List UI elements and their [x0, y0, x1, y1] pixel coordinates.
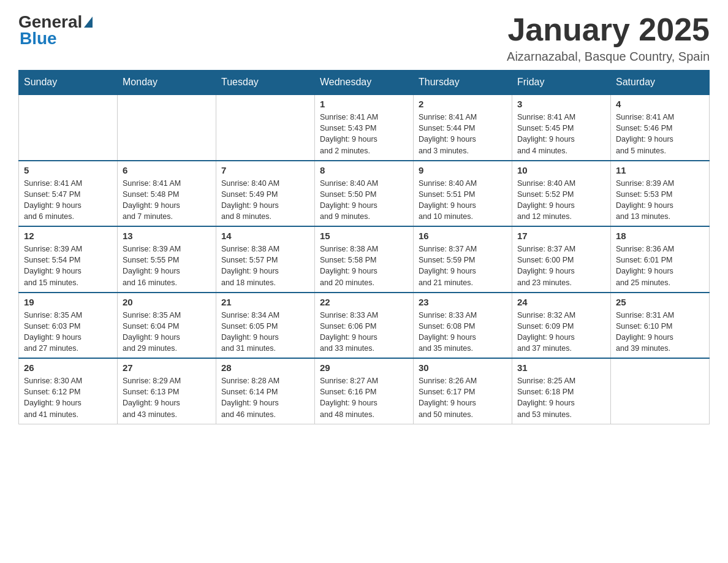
- day-of-week-header: Friday: [512, 71, 611, 95]
- day-info: Sunrise: 8:25 AMSunset: 6:18 PMDaylight:…: [517, 375, 605, 420]
- calendar-cell: 2Sunrise: 8:41 AMSunset: 5:44 PMDaylight…: [414, 94, 512, 161]
- day-info: Sunrise: 8:35 AMSunset: 6:04 PMDaylight:…: [123, 310, 211, 354]
- day-info: Sunrise: 8:34 AMSunset: 6:05 PMDaylight:…: [221, 310, 309, 354]
- day-number: 25: [616, 297, 704, 307]
- day-number: 1: [320, 99, 408, 109]
- day-number: 26: [24, 362, 112, 373]
- day-number: 6: [123, 165, 211, 175]
- day-number: 19: [24, 297, 112, 307]
- calendar-cell: 15Sunrise: 8:38 AMSunset: 5:58 PMDayligh…: [315, 226, 414, 293]
- calendar-cell: 3Sunrise: 8:41 AMSunset: 5:45 PMDaylight…: [512, 94, 611, 161]
- day-number: 17: [517, 231, 605, 241]
- calendar-cell: 31Sunrise: 8:25 AMSunset: 6:18 PMDayligh…: [512, 358, 611, 424]
- day-info: Sunrise: 8:32 AMSunset: 6:09 PMDaylight:…: [517, 310, 605, 354]
- calendar-cell: 18Sunrise: 8:36 AMSunset: 6:01 PMDayligh…: [611, 226, 710, 293]
- day-number: 13: [123, 231, 211, 241]
- day-number: 27: [123, 362, 211, 373]
- logo-triangle-icon: [84, 17, 93, 28]
- day-number: 3: [517, 99, 605, 109]
- calendar-table: SundayMondayTuesdayWednesdayThursdayFrid…: [18, 70, 710, 424]
- calendar-cell: 29Sunrise: 8:27 AMSunset: 6:16 PMDayligh…: [315, 358, 414, 424]
- day-info: Sunrise: 8:31 AMSunset: 6:10 PMDaylight:…: [616, 310, 704, 354]
- calendar-cell: 25Sunrise: 8:31 AMSunset: 6:10 PMDayligh…: [611, 293, 710, 359]
- day-number: 22: [320, 297, 408, 307]
- calendar-cell: 23Sunrise: 8:33 AMSunset: 6:08 PMDayligh…: [414, 293, 512, 359]
- day-number: 30: [419, 362, 507, 373]
- day-number: 2: [419, 99, 507, 109]
- calendar-cell: 5Sunrise: 8:41 AMSunset: 5:47 PMDaylight…: [19, 161, 118, 227]
- calendar-cell: 6Sunrise: 8:41 AMSunset: 5:48 PMDaylight…: [118, 161, 216, 227]
- day-info: Sunrise: 8:38 AMSunset: 5:57 PMDaylight:…: [221, 243, 309, 288]
- day-number: 4: [616, 99, 704, 109]
- calendar-cell: [118, 94, 216, 161]
- day-number: 7: [221, 165, 309, 175]
- day-number: 14: [221, 231, 309, 241]
- day-of-week-header: Thursday: [414, 71, 512, 95]
- day-number: 16: [419, 231, 507, 241]
- calendar-week-row: 19Sunrise: 8:35 AMSunset: 6:03 PMDayligh…: [19, 293, 710, 359]
- day-info: Sunrise: 8:40 AMSunset: 5:49 PMDaylight:…: [221, 178, 309, 223]
- calendar-cell: 30Sunrise: 8:26 AMSunset: 6:17 PMDayligh…: [414, 358, 512, 424]
- logo-blue-text: Blue: [20, 29, 57, 48]
- day-of-week-header: Saturday: [611, 71, 710, 95]
- day-info: Sunrise: 8:33 AMSunset: 6:08 PMDaylight:…: [419, 310, 507, 354]
- day-number: 9: [419, 165, 507, 175]
- calendar-cell: 4Sunrise: 8:41 AMSunset: 5:46 PMDaylight…: [611, 94, 710, 161]
- day-headers-row: SundayMondayTuesdayWednesdayThursdayFrid…: [19, 71, 710, 95]
- calendar-cell: 8Sunrise: 8:40 AMSunset: 5:50 PMDaylight…: [315, 161, 414, 227]
- day-of-week-header: Tuesday: [216, 71, 315, 95]
- calendar-cell: 9Sunrise: 8:40 AMSunset: 5:51 PMDaylight…: [414, 161, 512, 227]
- day-info: Sunrise: 8:29 AMSunset: 6:13 PMDaylight:…: [123, 375, 211, 420]
- calendar-week-row: 5Sunrise: 8:41 AMSunset: 5:47 PMDaylight…: [19, 161, 710, 227]
- calendar-cell: 24Sunrise: 8:32 AMSunset: 6:09 PMDayligh…: [512, 293, 611, 359]
- calendar-cell: 22Sunrise: 8:33 AMSunset: 6:06 PMDayligh…: [315, 293, 414, 359]
- day-number: 8: [320, 165, 408, 175]
- calendar-cell: 13Sunrise: 8:39 AMSunset: 5:55 PMDayligh…: [118, 226, 216, 293]
- calendar-cell: 19Sunrise: 8:35 AMSunset: 6:03 PMDayligh…: [19, 293, 118, 359]
- day-info: Sunrise: 8:30 AMSunset: 6:12 PMDaylight:…: [24, 375, 112, 420]
- calendar-cell: 20Sunrise: 8:35 AMSunset: 6:04 PMDayligh…: [118, 293, 216, 359]
- day-info: Sunrise: 8:28 AMSunset: 6:14 PMDaylight:…: [221, 375, 309, 420]
- day-info: Sunrise: 8:41 AMSunset: 5:45 PMDaylight:…: [517, 112, 605, 156]
- day-number: 28: [221, 362, 309, 373]
- day-info: Sunrise: 8:39 AMSunset: 5:55 PMDaylight:…: [123, 243, 211, 288]
- calendar-cell: 1Sunrise: 8:41 AMSunset: 5:43 PMDaylight…: [315, 94, 414, 161]
- calendar-cell: 14Sunrise: 8:38 AMSunset: 5:57 PMDayligh…: [216, 226, 315, 293]
- day-number: 20: [123, 297, 211, 307]
- day-number: 5: [24, 165, 112, 175]
- calendar-cell: 7Sunrise: 8:40 AMSunset: 5:49 PMDaylight…: [216, 161, 315, 227]
- day-info: Sunrise: 8:27 AMSunset: 6:16 PMDaylight:…: [320, 375, 408, 420]
- location-subtitle: Aizarnazabal, Basque Country, Spain: [507, 50, 710, 64]
- day-info: Sunrise: 8:36 AMSunset: 6:01 PMDaylight:…: [616, 243, 704, 288]
- day-info: Sunrise: 8:40 AMSunset: 5:50 PMDaylight:…: [320, 178, 408, 223]
- day-info: Sunrise: 8:37 AMSunset: 5:59 PMDaylight:…: [419, 243, 507, 288]
- day-info: Sunrise: 8:37 AMSunset: 6:00 PMDaylight:…: [517, 243, 605, 288]
- day-of-week-header: Wednesday: [315, 71, 414, 95]
- calendar-header: SundayMondayTuesdayWednesdayThursdayFrid…: [19, 71, 710, 95]
- header: General Blue January 2025 Aizarnazabal, …: [18, 12, 710, 64]
- calendar-cell: [216, 94, 315, 161]
- day-of-week-header: Monday: [118, 71, 216, 95]
- day-info: Sunrise: 8:41 AMSunset: 5:47 PMDaylight:…: [24, 178, 112, 223]
- day-info: Sunrise: 8:39 AMSunset: 5:53 PMDaylight:…: [616, 178, 704, 223]
- day-number: 15: [320, 231, 408, 241]
- day-info: Sunrise: 8:40 AMSunset: 5:51 PMDaylight:…: [419, 178, 507, 223]
- day-info: Sunrise: 8:41 AMSunset: 5:48 PMDaylight:…: [123, 178, 211, 223]
- calendar-cell: 26Sunrise: 8:30 AMSunset: 6:12 PMDayligh…: [19, 358, 118, 424]
- calendar-cell: 28Sunrise: 8:28 AMSunset: 6:14 PMDayligh…: [216, 358, 315, 424]
- day-number: 12: [24, 231, 112, 241]
- calendar-week-row: 12Sunrise: 8:39 AMSunset: 5:54 PMDayligh…: [19, 226, 710, 293]
- calendar-cell: 10Sunrise: 8:40 AMSunset: 5:52 PMDayligh…: [512, 161, 611, 227]
- calendar-cell: [19, 94, 118, 161]
- month-title: January 2025: [507, 12, 710, 47]
- day-info: Sunrise: 8:35 AMSunset: 6:03 PMDaylight:…: [24, 310, 112, 354]
- calendar-cell: 27Sunrise: 8:29 AMSunset: 6:13 PMDayligh…: [118, 358, 216, 424]
- day-number: 24: [517, 297, 605, 307]
- day-info: Sunrise: 8:40 AMSunset: 5:52 PMDaylight:…: [517, 178, 605, 223]
- day-number: 29: [320, 362, 408, 373]
- calendar-cell: 16Sunrise: 8:37 AMSunset: 5:59 PMDayligh…: [414, 226, 512, 293]
- logo: General Blue: [18, 12, 94, 48]
- day-number: 21: [221, 297, 309, 307]
- calendar-cell: 21Sunrise: 8:34 AMSunset: 6:05 PMDayligh…: [216, 293, 315, 359]
- day-number: 23: [419, 297, 507, 307]
